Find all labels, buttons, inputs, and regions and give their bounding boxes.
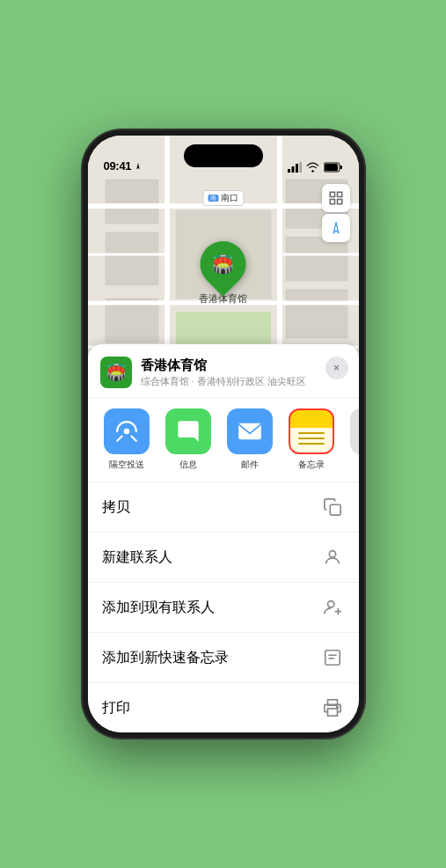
svg-rect-41 bbox=[327, 709, 337, 716]
notes-line-2 bbox=[298, 438, 325, 439]
action-quick-note[interactable]: 添加到新快速备忘录 bbox=[88, 633, 359, 683]
svg-rect-1 bbox=[291, 166, 294, 173]
print-label: 打印 bbox=[102, 699, 130, 717]
person-icon bbox=[320, 545, 345, 570]
place-header: 🏟️ 香港体育馆 综合体育馆 · 香港特别行政区 油尖旺区 × bbox=[88, 344, 359, 398]
bottom-sheet: 🏟️ 香港体育馆 综合体育馆 · 香港特别行政区 油尖旺区 × bbox=[88, 344, 359, 732]
status-time: 09:41 bbox=[104, 159, 132, 173]
svg-rect-8 bbox=[106, 180, 158, 224]
print-icon bbox=[320, 695, 345, 720]
svg-rect-15 bbox=[286, 290, 347, 338]
svg-rect-14 bbox=[286, 237, 347, 281]
mail-icon bbox=[227, 408, 273, 454]
svg-rect-3 bbox=[299, 162, 302, 173]
person-add-icon bbox=[320, 595, 345, 620]
share-item-messages[interactable]: 信息 bbox=[162, 408, 215, 471]
map-label-dot: 南 bbox=[208, 195, 218, 202]
close-button[interactable]: × bbox=[325, 357, 348, 379]
svg-rect-6 bbox=[340, 166, 342, 169]
svg-rect-26 bbox=[330, 192, 334, 196]
place-subtitle: 综合体育馆 · 香港特别行政区 油尖旺区 bbox=[141, 375, 347, 388]
svg-rect-29 bbox=[337, 200, 341, 204]
share-item-airdrop[interactable]: 隔空投送 bbox=[100, 408, 153, 471]
action-print[interactable]: 打印 bbox=[88, 683, 359, 732]
location-icon bbox=[134, 162, 143, 171]
location-button[interactable] bbox=[322, 214, 350, 242]
notes-line-1 bbox=[298, 432, 325, 434]
map-location-label: 南 南口 bbox=[202, 190, 244, 206]
wifi-icon bbox=[306, 162, 319, 173]
status-icons bbox=[288, 162, 343, 173]
dynamic-island bbox=[184, 144, 263, 167]
place-info: 香港体育馆 综合体育馆 · 香港特别行政区 油尖旺区 bbox=[141, 357, 347, 388]
share-item-notes[interactable]: 备忘录 bbox=[285, 408, 338, 471]
svg-point-30 bbox=[123, 429, 129, 435]
airdrop-icon bbox=[104, 408, 150, 454]
notes-lines bbox=[298, 432, 325, 445]
share-item-mail[interactable]: 邮件 bbox=[223, 408, 276, 471]
svg-point-34 bbox=[327, 601, 333, 607]
share-row: 隔空投送 信息 bbox=[88, 398, 359, 482]
svg-rect-5 bbox=[325, 164, 338, 171]
pin-icon: 🏟️ bbox=[212, 254, 234, 275]
phone-screen: 09:41 bbox=[88, 136, 359, 732]
new-contact-label: 新建联系人 bbox=[102, 548, 172, 567]
svg-point-42 bbox=[336, 707, 338, 709]
svg-rect-9 bbox=[106, 232, 158, 285]
quick-note-label: 添加到新快速备忘录 bbox=[102, 649, 229, 667]
svg-rect-27 bbox=[337, 192, 341, 196]
map-type-button[interactable] bbox=[322, 184, 350, 212]
map-pin: 🏟️ 香港体育馆 bbox=[199, 241, 247, 305]
map-label-text: 南口 bbox=[221, 192, 238, 204]
action-new-contact[interactable]: 新建联系人 bbox=[88, 533, 359, 583]
signal-icon bbox=[288, 162, 302, 173]
messages-label: 信息 bbox=[179, 459, 197, 471]
action-add-contact[interactable]: 添加到现有联系人 bbox=[88, 583, 359, 633]
svg-rect-37 bbox=[325, 651, 340, 666]
battery-icon bbox=[324, 162, 343, 173]
map-controls bbox=[322, 184, 350, 242]
notes-icon bbox=[289, 408, 334, 454]
svg-point-33 bbox=[329, 551, 335, 557]
place-name: 香港体育馆 bbox=[141, 357, 347, 374]
svg-rect-2 bbox=[296, 164, 298, 173]
phone-frame: 09:41 bbox=[83, 130, 364, 738]
svg-rect-31 bbox=[238, 423, 261, 440]
pin-marker: 🏟️ bbox=[191, 232, 256, 297]
add-contact-label: 添加到现有联系人 bbox=[102, 599, 215, 617]
copy-label: 拷贝 bbox=[102, 498, 130, 517]
more-icon bbox=[350, 408, 359, 454]
copy-icon bbox=[320, 495, 345, 519]
quick-note-icon bbox=[320, 645, 345, 670]
place-icon: 🏟️ bbox=[100, 357, 132, 388]
svg-rect-32 bbox=[330, 504, 340, 515]
svg-rect-0 bbox=[288, 169, 290, 173]
notes-line-3 bbox=[298, 443, 325, 445]
mail-label: 邮件 bbox=[241, 459, 259, 471]
action-copy[interactable]: 拷贝 bbox=[88, 482, 359, 533]
notes-label: 备忘录 bbox=[298, 459, 325, 471]
messages-icon bbox=[165, 408, 211, 454]
share-item-more[interactable]: 提 bbox=[347, 408, 359, 471]
svg-rect-28 bbox=[330, 200, 334, 204]
airdrop-label: 隔空投送 bbox=[109, 459, 144, 471]
